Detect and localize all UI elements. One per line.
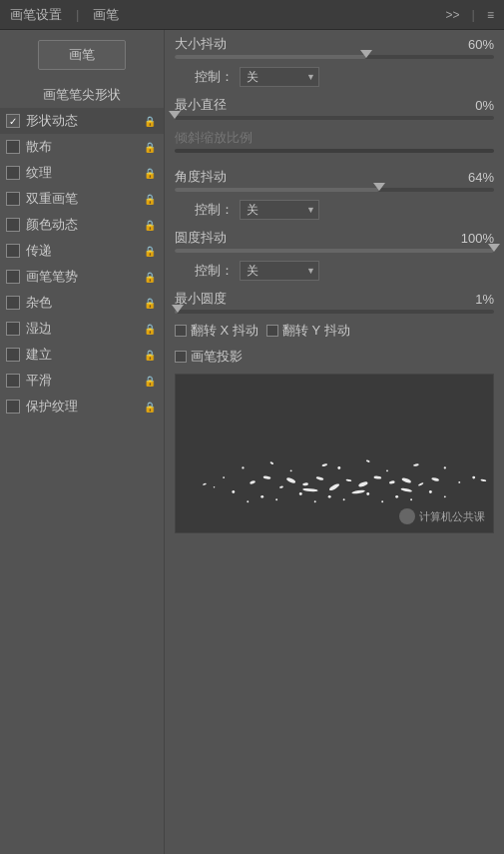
svg-point-35 <box>337 466 340 469</box>
checkbox-2[interactable] <box>6 166 20 180</box>
min-diameter-label: 最小直径 <box>175 96 449 114</box>
sidebar-item-3[interactable]: 双重画笔🔒 <box>0 186 164 212</box>
control-select-2[interactable]: 关 <box>240 200 319 220</box>
angle-jitter-row: 角度抖动 64% <box>165 163 504 188</box>
lock-icon-10: 🔒 <box>144 376 156 387</box>
checkbox-0[interactable]: ✓ <box>6 114 20 128</box>
sidebar-item-4[interactable]: 颜色动态🔒 <box>0 212 164 238</box>
min-diameter-value: 0% <box>449 98 494 113</box>
min-roundness-track[interactable] <box>175 310 494 314</box>
sidebar-item-9[interactable]: 建立🔒 <box>0 342 164 368</box>
brush-projection-checkbox[interactable] <box>175 351 187 363</box>
brush-button[interactable]: 画笔 <box>38 40 126 70</box>
sidebar-item-label-9: 建立 <box>26 346 140 364</box>
svg-point-20 <box>314 500 316 502</box>
arrow-icon[interactable]: >> <box>446 8 460 22</box>
control-select-3[interactable]: 关 <box>240 261 319 281</box>
sidebar-item-label-10: 平滑 <box>26 372 140 390</box>
lock-icon-3: 🔒 <box>144 194 156 205</box>
min-diameter-slider-row <box>165 116 504 124</box>
flip-y-checkbox[interactable] <box>266 325 278 337</box>
lock-icon-0: 🔒 <box>144 116 156 127</box>
sidebar-item-1[interactable]: 散布🔒 <box>0 134 164 160</box>
tilt-scale-track <box>175 149 494 153</box>
angle-jitter-label: 角度抖动 <box>175 168 449 186</box>
checkbox-3[interactable] <box>6 192 20 206</box>
svg-rect-0 <box>176 377 493 530</box>
angle-jitter-thumb[interactable] <box>373 183 385 191</box>
svg-point-37 <box>444 466 446 468</box>
brush-projection-label: 画笔投影 <box>191 348 243 366</box>
sidebar-item-2[interactable]: 纹理🔒 <box>0 160 164 186</box>
size-jitter-label: 大小抖动 <box>175 35 449 53</box>
lock-icon-5: 🔒 <box>144 246 156 257</box>
angle-jitter-fill <box>175 188 379 192</box>
brush-projection-item: 画笔投影 <box>175 348 243 366</box>
projection-row: 画笔投影 <box>165 344 504 370</box>
sidebar-item-label-5: 传递 <box>26 242 140 260</box>
lock-icon-4: 🔒 <box>144 220 156 231</box>
title-text-2: 画笔 <box>93 6 119 24</box>
svg-point-16 <box>247 500 249 502</box>
title-text-1: 画笔设置 <box>10 6 62 24</box>
title-bar-left: 画笔设置 | 画笔 <box>10 6 119 24</box>
sidebar-item-label-2: 纹理 <box>26 164 140 182</box>
checkbox-6[interactable] <box>6 270 20 284</box>
svg-point-42 <box>214 486 216 488</box>
sidebar-item-11[interactable]: 保护纹理🔒 <box>0 394 164 420</box>
checkbox-9[interactable] <box>6 348 20 362</box>
checkbox-5[interactable] <box>6 244 20 258</box>
lock-icon-9: 🔒 <box>144 350 156 361</box>
lock-icon-1: 🔒 <box>144 142 156 153</box>
size-jitter-value: 60% <box>449 37 494 52</box>
min-roundness-thumb[interactable] <box>172 305 184 313</box>
flip-y-item: 翻转 Y 抖动 <box>266 322 350 340</box>
size-jitter-slider-row <box>165 55 504 63</box>
control-row-1: 控制： 关 <box>165 63 504 91</box>
sidebar-item-8[interactable]: 湿边🔒 <box>0 316 164 342</box>
sidebar-section-title: 画笔笔尖形状 <box>0 80 164 108</box>
title-bar: 画笔设置 | 画笔 >> | ≡ <box>0 0 504 30</box>
control-select-1[interactable]: 关 <box>240 67 319 87</box>
main-layout: 画笔 画笔笔尖形状 ✓形状动态🔒散布🔒纹理🔒双重画笔🔒颜色动态🔒传递🔒画笔笔势🔒… <box>0 30 504 854</box>
sidebar-item-label-4: 颜色动态 <box>26 216 140 234</box>
checkbox-1[interactable] <box>6 140 20 154</box>
checkbox-4[interactable] <box>6 218 20 232</box>
sidebar-item-label-11: 保护纹理 <box>26 398 140 416</box>
control-row-3: 控制： 关 <box>165 257 504 285</box>
title-divider: | <box>76 7 79 22</box>
min-diameter-track[interactable] <box>175 116 494 120</box>
flip-x-checkbox[interactable] <box>175 325 187 337</box>
sidebar-item-6[interactable]: 画笔笔势🔒 <box>0 264 164 290</box>
checkbox-7[interactable] <box>6 296 20 310</box>
roundness-jitter-thumb[interactable] <box>488 244 500 252</box>
checkbox-10[interactable] <box>6 374 20 388</box>
svg-point-15 <box>232 490 235 493</box>
control-select-wrapper-3: 关 <box>240 261 319 281</box>
angle-jitter-track[interactable] <box>175 188 494 192</box>
min-diameter-thumb[interactable] <box>169 111 181 119</box>
sidebar-item-7[interactable]: 杂色🔒 <box>0 290 164 316</box>
checkbox-11[interactable] <box>6 400 20 414</box>
checkbox-8[interactable] <box>6 322 20 336</box>
sidebar-item-5[interactable]: 传递🔒 <box>0 238 164 264</box>
svg-point-34 <box>290 469 292 471</box>
watermark-text: 计算机公共课 <box>419 509 485 524</box>
svg-point-33 <box>242 466 244 468</box>
svg-point-38 <box>223 476 225 478</box>
sidebar-item-10[interactable]: 平滑🔒 <box>0 368 164 394</box>
menu-icon[interactable]: ≡ <box>487 8 494 22</box>
preview-area: 计算机公共课 <box>175 374 494 533</box>
size-jitter-track[interactable] <box>175 55 494 59</box>
size-jitter-thumb[interactable] <box>360 50 372 58</box>
control-row-2: 控制： 关 <box>165 196 504 224</box>
sidebar-item-0[interactable]: ✓形状动态🔒 <box>0 108 164 134</box>
roundness-jitter-track[interactable] <box>175 249 494 253</box>
svg-point-18 <box>275 498 277 500</box>
roundness-jitter-fill <box>175 249 494 253</box>
svg-point-39 <box>458 481 460 483</box>
roundness-jitter-label: 圆度抖动 <box>175 229 449 247</box>
sidebar: 画笔 画笔笔尖形状 ✓形状动态🔒散布🔒纹理🔒双重画笔🔒颜色动态🔒传递🔒画笔笔势🔒… <box>0 30 165 854</box>
svg-point-21 <box>328 495 331 498</box>
lock-icon-8: 🔒 <box>144 324 156 335</box>
